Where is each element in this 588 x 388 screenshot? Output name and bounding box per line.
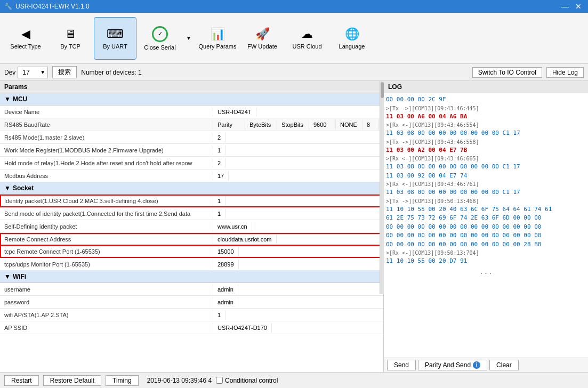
- param-value: 1: [213, 196, 225, 206]
- dev-select: Dev ▼: [4, 67, 48, 78]
- table-row: tcps/udps Monitor Port (1-65535) 28899: [0, 258, 383, 271]
- param-name: Rs485 Mode(1.master 2.slave): [0, 133, 213, 142]
- hide-log-button[interactable]: Hide Log: [546, 67, 584, 78]
- select-type-button[interactable]: ◀ Select Type: [4, 17, 47, 60]
- table-row: username admin: [0, 283, 383, 296]
- param-value: 17: [213, 171, 229, 181]
- param-name: username: [0, 285, 213, 294]
- param-name: AP SSID: [0, 323, 213, 333]
- timestamp: 2019-06-13 09:39:46 4: [147, 377, 212, 384]
- list-item: >[Tx ->][COM13][09:50:13:468]: [386, 197, 586, 205]
- close-serial-icon: ✓: [152, 26, 168, 42]
- by-uart-button[interactable]: ⌨ By UART: [94, 17, 136, 60]
- fw-update-label: FW Update: [247, 43, 277, 50]
- params-scrollbar-thumb[interactable]: [381, 82, 384, 98]
- table-row: Device Name USR-IO424T: [0, 106, 383, 118]
- minimize-button[interactable]: —: [559, 2, 571, 11]
- dev-input[interactable]: [20, 68, 39, 77]
- usr-cloud-icon: ☁: [301, 27, 313, 41]
- param-value: NONE: [336, 120, 363, 130]
- param-name: Self-Defining identity packet: [0, 222, 213, 231]
- timing-button[interactable]: Timing: [106, 375, 139, 386]
- param-name: tcpc Remote Connect Port (1-65535): [0, 247, 213, 256]
- table-row: Work Mode Register(1.MODBUS Mode 2.Firmw…: [0, 144, 383, 157]
- close-serial-label: Close Serial: [144, 44, 175, 51]
- socket-label: Socket: [13, 184, 34, 192]
- param-value: StopBits: [277, 120, 309, 130]
- list-item: 11 03 00 A6 00 04 A6 BA: [386, 112, 586, 122]
- list-item: >[Tx ->][COM13][09:43:46:558]: [386, 138, 586, 146]
- section-mcu[interactable]: ▼ MCU: [0, 93, 383, 106]
- table-row: AP SSID USR-IO424T-D170: [0, 321, 383, 334]
- param-value: 1: [213, 146, 225, 155]
- restart-button[interactable]: Restart: [4, 375, 39, 386]
- query-params-icon: 📊: [211, 27, 225, 41]
- param-name: Modbus Address: [0, 171, 213, 181]
- send-button[interactable]: Send: [387, 360, 416, 370]
- by-tcp-icon: 🖥: [65, 27, 76, 41]
- close-button[interactable]: ✕: [573, 2, 584, 11]
- log-bottom: Send Parity And Send i Clear: [384, 358, 588, 372]
- by-uart-icon: ⌨: [107, 27, 124, 41]
- usr-cloud-button[interactable]: ☁ USR Cloud: [286, 17, 328, 60]
- socket-chevron: ▼: [4, 184, 11, 192]
- fw-update-button[interactable]: 🚀 FW Update: [241, 17, 284, 60]
- info-icon: i: [473, 361, 480, 369]
- parity-send-button[interactable]: Parity And Send i: [418, 360, 487, 370]
- conditional-label: Conditional control: [225, 377, 278, 384]
- list-item: >[Rx <-][COM13][09:50:13:704]: [386, 249, 586, 257]
- param-value: clouddata.usriot.com: [213, 235, 277, 244]
- params-scrollbar[interactable]: [380, 81, 384, 294]
- log-header: LOG: [384, 81, 588, 93]
- list-item: 00 00 00 00 00 00 00 00 00 00 00 00 00 0…: [386, 223, 586, 232]
- switch-io-button[interactable]: Switch To IO Control: [472, 67, 542, 78]
- param-value: 2: [213, 158, 225, 168]
- list-item: 11 10 10 55 00 20 D7 91: [386, 257, 586, 266]
- param-value: admin: [213, 285, 238, 294]
- table-row: wifi AP/STA(1.AP 2.STA) 1: [0, 309, 383, 321]
- param-value: Parity: [213, 120, 245, 130]
- app-title: USR-IO424T-EWR V1.1.0: [15, 3, 90, 10]
- restore-default-button[interactable]: Restore Default: [43, 375, 101, 386]
- wifi-content: username admin password admin wifi AP/ST…: [0, 283, 383, 334]
- param-name: Identity packet(1.USR Cloud 2.MAC 3.self…: [0, 196, 213, 206]
- param-name: Hold mode of relay(1.Hode 2.Hode after r…: [0, 158, 213, 168]
- table-row: Identity packet(1.USR Cloud 2.MAC 3.self…: [0, 195, 383, 207]
- language-button[interactable]: 🌐 Language: [331, 17, 373, 60]
- list-item: 00 00 00 00 2C 9F: [386, 95, 586, 104]
- param-value: 9600: [309, 120, 336, 130]
- conditional-checkbox[interactable]: [216, 377, 223, 384]
- dev-dropdown-arrow[interactable]: ▼: [40, 69, 45, 75]
- dev-label: Dev: [4, 69, 15, 76]
- status-bar: Restart Restore Default Timing 2019-06-1…: [0, 372, 588, 388]
- param-value: 8: [363, 120, 378, 130]
- section-socket[interactable]: ▼ Socket: [0, 182, 383, 195]
- app-icon: 🔧: [4, 3, 12, 10]
- param-name: Remote Connect Address: [0, 235, 213, 244]
- by-tcp-button[interactable]: 🖥 By TCP: [49, 17, 92, 60]
- params-header: Params: [0, 81, 383, 93]
- query-params-label: Query Params: [199, 43, 237, 50]
- by-uart-label: By UART: [103, 43, 127, 50]
- conditional-control: Conditional control: [216, 377, 278, 384]
- mcu-content: Device Name USR-IO424T RS485 BaudRate Pa…: [0, 106, 383, 182]
- close-serial-button[interactable]: ✓ Close Serial: [139, 17, 181, 60]
- list-item: 11 10 10 55 00 20 40 63 6C 6F 75 64 64 6…: [386, 205, 586, 214]
- param-name: Work Mode Register(1.MODBUS Mode 2.Firmw…: [0, 146, 213, 155]
- list-item: >[Tx ->][COM13][09:43:46:445]: [386, 104, 586, 112]
- param-value: www.usr.cn: [213, 222, 252, 231]
- num-devices: Number of devices: 1: [81, 69, 141, 76]
- list-item: 11 03 00 92 00 04 E7 74: [386, 172, 586, 181]
- param-value: 1: [213, 209, 225, 219]
- section-wifi[interactable]: ▼ WiFi: [0, 271, 383, 283]
- close-serial-dropdown[interactable]: ▼: [183, 17, 194, 60]
- clear-button[interactable]: Clear: [489, 360, 519, 370]
- log-content[interactable]: 00 00 00 00 2C 9F >[Tx ->][COM13][09:43:…: [384, 93, 588, 358]
- toolbar: ◀ Select Type 🖥 By TCP ⌨ By UART ✓ Close…: [0, 13, 588, 64]
- table-row: Modbus Address 17: [0, 169, 383, 182]
- parity-send-label: Parity And Send: [425, 361, 471, 369]
- param-name: Device Name: [0, 107, 213, 117]
- search-button[interactable]: 搜索: [52, 66, 77, 78]
- list-item: 11 03 08 00 00 00 00 00 00 00 00 C1 17: [386, 129, 586, 138]
- query-params-button[interactable]: 📊 Query Params: [196, 17, 239, 60]
